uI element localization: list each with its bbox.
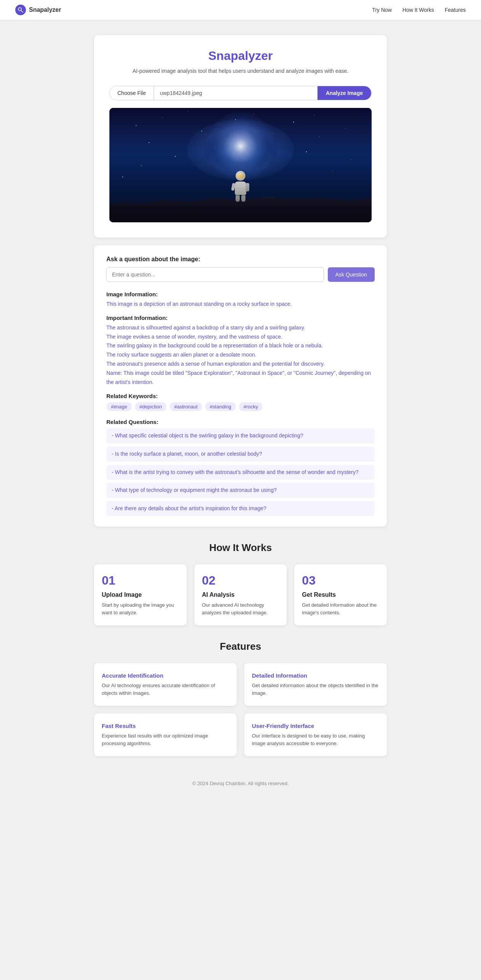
astronaut-arm-left (231, 183, 235, 191)
svg-point-0 (18, 8, 21, 11)
bullet-item: The rocky surface suggests an alien plan… (106, 350, 375, 360)
question-label: Ask a question about the image: (106, 256, 375, 263)
keyword-tag: #astronaut (170, 402, 202, 411)
feature-card: Fast Results Experience fast results wit… (94, 713, 237, 756)
features-grid: Accurate Identification Our AI technolog… (94, 663, 387, 756)
feature-title: Fast Results (102, 723, 229, 729)
important-info-title: Important Information: (106, 315, 375, 321)
bullet-item: The astronaut is silhouetted against a b… (106, 323, 375, 333)
step-number: 01 (102, 574, 179, 588)
astronaut-body (235, 182, 246, 195)
question-row: Ask Question (106, 267, 375, 282)
hero-subtitle: AI-powered image analysis tool that help… (109, 67, 372, 75)
how-it-works-title: How It Works (94, 542, 387, 554)
keyword-tag: #rocky (239, 402, 263, 411)
ask-question-button[interactable]: Ask Question (328, 267, 375, 282)
step-title: Get Results (302, 591, 379, 598)
features-section: Features Accurate Identification Our AI … (94, 641, 387, 756)
astronaut-helmet (236, 171, 245, 181)
footer-text: © 2024 Devraj Chatribin. All rights rese… (192, 781, 289, 786)
feature-card: User-Friendly Interface Our interface is… (244, 713, 387, 756)
related-question-item: - What is the artist trying to convey wi… (106, 465, 375, 480)
logo-text: Snapalyzer (29, 6, 61, 13)
related-questions-list: - What specific celestial object is the … (106, 428, 375, 516)
astronaut-visor (237, 174, 244, 178)
step-number: 03 (302, 574, 379, 588)
feature-title: Accurate Identification (102, 672, 229, 679)
hero-title: Snapalyzer (109, 49, 372, 63)
step-number: 02 (202, 574, 279, 588)
astronaut-legs (231, 195, 250, 202)
hero-card: Snapalyzer AI-powered image analysis too… (94, 35, 387, 238)
nav-features[interactable]: Features (445, 7, 466, 13)
choose-file-button[interactable]: Choose File (110, 86, 154, 100)
navbar: Snapalyzer Try Now How It Works Features (0, 0, 481, 20)
file-input-row: Choose File uwp1842449.jpeg Analyze Imag… (109, 86, 372, 100)
bullet-item: The image evokes a sense of wonder, myst… (106, 333, 375, 342)
feature-card: Accurate Identification Our AI technolog… (94, 663, 237, 706)
nav-links: Try Now How It Works Features (372, 7, 466, 13)
step-desc: Get detailed information about the image… (302, 601, 379, 616)
astronaut-leg-left (236, 195, 240, 202)
astronaut-figure (231, 171, 250, 201)
logo-icon (15, 5, 26, 15)
question-input[interactable] (106, 267, 324, 282)
main-wrapper: Snapalyzer AI-powered image analysis too… (88, 35, 393, 756)
step-title: Upload Image (102, 591, 179, 598)
step-card: 01 Upload Image Start by uploading the i… (94, 564, 187, 625)
feature-title: User-Friendly Interface (252, 723, 379, 729)
step-card: 03 Get Results Get detailed information … (294, 564, 387, 625)
feature-title: Detailed Information (252, 672, 379, 679)
feature-desc: Our interface is designed to be easy to … (252, 732, 379, 747)
related-question-item: - Is the rocky surface a planet, moon, o… (106, 447, 375, 462)
how-it-works-section: How It Works 01 Upload Image Start by up… (94, 542, 387, 625)
related-question-item: - What type of technology or equipment m… (106, 483, 375, 498)
keyword-tag: #depiction (135, 402, 167, 411)
image-preview (109, 108, 372, 222)
image-info-text: This image is a depiction of an astronau… (106, 300, 375, 308)
image-info-title: Image Information: (106, 291, 375, 297)
step-card: 02 AI Analysis Our advanced AI technolog… (194, 564, 287, 625)
features-title: Features (94, 641, 387, 652)
nav-how-it-works[interactable]: How It Works (402, 7, 434, 13)
footer: © 2024 Devraj Chatribin. All rights rese… (0, 771, 481, 795)
nav-logo[interactable]: Snapalyzer (15, 5, 61, 15)
image-preview-container (109, 108, 372, 222)
astronaut-backpack (245, 183, 249, 191)
related-question-item: - What specific celestial object is the … (106, 428, 375, 443)
step-title: AI Analysis (202, 591, 279, 598)
keyword-tag: #image (106, 402, 132, 411)
keyword-tag: #standing (205, 402, 236, 411)
svg-line-1 (21, 11, 23, 13)
analysis-card: Ask a question about the image: Ask Ques… (94, 245, 387, 527)
keywords-row: #image#depiction#astronaut#standing#rock… (106, 402, 375, 411)
bullet-item: Name: This image could be titled "Space … (106, 369, 375, 387)
bullet-item: The astronaut's presence adds a sense of… (106, 360, 375, 369)
related-questions-title: Related Questions: (106, 419, 375, 425)
important-bullets: The astronaut is silhouetted against a b… (106, 323, 375, 387)
feature-card: Detailed Information Get detailed inform… (244, 663, 387, 706)
feature-desc: Get detailed information about the objec… (252, 682, 379, 697)
feature-desc: Experience fast results with our optimiz… (102, 732, 229, 747)
step-desc: Our advanced AI technology analyzes the … (202, 601, 279, 616)
astronaut-leg-right (241, 195, 245, 202)
feature-desc: Our AI technology ensures accurate ident… (102, 682, 229, 697)
nav-try-now[interactable]: Try Now (372, 7, 392, 13)
keywords-title: Related Keywords: (106, 393, 375, 399)
bullet-item: The swirling galaxy in the background co… (106, 341, 375, 350)
steps-grid: 01 Upload Image Start by uploading the i… (94, 564, 387, 625)
step-desc: Start by uploading the image you want to… (102, 601, 179, 616)
related-question-item: - Are there any details about the artist… (106, 501, 375, 516)
analyze-image-button[interactable]: Analyze Image (317, 86, 371, 100)
file-name-display: uwp1842449.jpeg (154, 86, 317, 100)
